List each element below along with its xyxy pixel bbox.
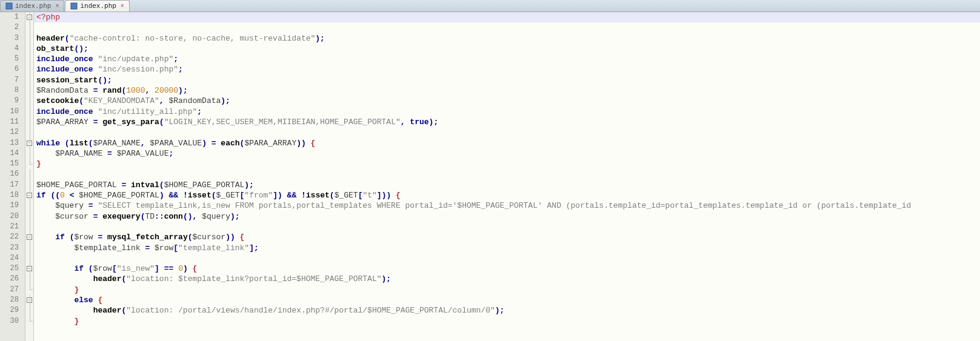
code-line[interactable]: if ((0 < $HOME_PAGE_PORTAL) && !isset($_… [34, 190, 980, 200]
line-number: 4 [0, 44, 25, 54]
svg-rect-0 [6, 3, 12, 9]
code-line[interactable]: if ($row["is_new"] == 0) { [34, 263, 980, 274]
code-line[interactable] [34, 22, 980, 33]
line-number: 3 [0, 33, 25, 44]
code-line[interactable]: header("location: /portal/views/handle/i… [34, 305, 980, 316]
code-area[interactable]: <?phpheader("cache-control: no-store, no… [34, 12, 980, 341]
line-number: 15 [0, 159, 25, 169]
code-line[interactable]: if ($row = mysql_fetch_array($cursor)) { [34, 232, 980, 242]
fold-marker[interactable]: − [25, 295, 33, 305]
fold-marker [25, 305, 33, 316]
code-line[interactable]: else { [34, 295, 980, 305]
file-icon [5, 2, 13, 10]
fold-marker [25, 169, 33, 179]
fold-marker [25, 96, 33, 106]
fold-marker [25, 75, 33, 85]
line-number: 13 [0, 138, 25, 148]
file-icon [70, 2, 78, 10]
fold-marker [25, 243, 33, 253]
fold-marker [25, 285, 33, 295]
line-number: 2 [0, 22, 25, 33]
line-number: 27 [0, 285, 25, 295]
code-line[interactable]: header("location: $template_link?portal_… [34, 274, 980, 284]
line-number: 1 [0, 12, 25, 22]
tab-label: index.php [80, 2, 116, 10]
code-line[interactable]: $template_link = $row["template_link"]; [34, 243, 980, 253]
code-line[interactable]: setcookie("KEY_RANDOMDATA", $RandomData)… [34, 96, 980, 106]
code-line[interactable]: while (list($PARA_NAME, $PARA_VALUE) = e… [34, 138, 980, 148]
line-number: 29 [0, 305, 25, 316]
fold-marker [25, 85, 33, 96]
fold-marker [25, 64, 33, 74]
code-line[interactable]: ob_start(); [34, 44, 980, 54]
line-number: 20 [0, 211, 25, 222]
tab-label: index.php [15, 2, 51, 10]
fold-column: −−−−−− [25, 12, 34, 341]
line-number-gutter: 1234567891011121314151617181920212223242… [0, 12, 25, 341]
fold-marker [25, 200, 33, 211]
line-number: 21 [0, 222, 25, 232]
close-icon[interactable]: × [55, 3, 59, 10]
code-line[interactable] [34, 127, 980, 137]
code-line[interactable]: <?php [34, 12, 980, 22]
line-number: 7 [0, 75, 25, 85]
fold-marker [25, 54, 33, 64]
fold-marker [25, 159, 33, 169]
code-line[interactable]: session_start(); [34, 75, 980, 85]
line-number: 24 [0, 253, 25, 263]
fold-marker [25, 253, 33, 263]
fold-marker [25, 211, 33, 222]
fold-marker[interactable]: − [25, 190, 33, 200]
code-line[interactable]: } [34, 285, 980, 295]
tab-file-inactive[interactable]: index.php × [0, 0, 64, 12]
tab-file-active[interactable]: index.php × [65, 0, 129, 12]
line-number: 14 [0, 148, 25, 159]
code-line[interactable] [34, 253, 980, 263]
fold-marker[interactable]: − [25, 138, 33, 148]
code-line[interactable]: } [34, 159, 980, 169]
line-number: 28 [0, 295, 25, 305]
code-line[interactable]: include_once "inc/update.php"; [34, 54, 980, 64]
fold-marker [25, 222, 33, 232]
code-line[interactable]: include_once "inc/session.php"; [34, 64, 980, 74]
code-line[interactable]: $cursor = exequery(TD::conn(), $query); [34, 211, 980, 222]
fold-marker [25, 107, 33, 117]
fold-marker [25, 148, 33, 159]
code-line[interactable] [34, 169, 980, 179]
fold-marker[interactable]: − [25, 263, 33, 274]
code-line[interactable]: $query = "SELECT template_link,is_new FR… [34, 200, 980, 211]
fold-marker[interactable]: − [25, 12, 33, 22]
line-number: 9 [0, 96, 25, 106]
line-number: 30 [0, 316, 25, 326]
line-number: 19 [0, 200, 25, 211]
code-line[interactable]: } [34, 316, 980, 326]
close-icon[interactable]: × [121, 3, 124, 10]
code-editor[interactable]: 1234567891011121314151617181920212223242… [0, 12, 980, 341]
code-line[interactable]: $PARA_ARRAY = get_sys_para("LOGIN_KEY,SE… [34, 117, 980, 127]
fold-marker [25, 33, 33, 44]
fold-marker [25, 127, 33, 137]
fold-marker [25, 180, 33, 190]
line-number: 22 [0, 232, 25, 242]
fold-marker [25, 117, 33, 127]
line-number: 23 [0, 243, 25, 253]
line-number: 10 [0, 107, 25, 117]
code-line[interactable]: $RandomData = rand(1000, 20000); [34, 85, 980, 96]
code-line[interactable] [34, 222, 980, 232]
code-line[interactable]: header("cache-control: no-store, no-cach… [34, 33, 980, 44]
fold-marker [25, 274, 33, 284]
svg-rect-1 [71, 3, 77, 9]
line-number: 16 [0, 169, 25, 179]
fold-marker [25, 22, 33, 33]
fold-marker[interactable]: − [25, 232, 33, 242]
line-number: 26 [0, 274, 25, 284]
fold-marker [25, 44, 33, 54]
line-number: 8 [0, 85, 25, 96]
line-number: 17 [0, 180, 25, 190]
code-line[interactable]: $PARA_NAME = $PARA_VALUE; [34, 148, 980, 159]
fold-marker [25, 316, 33, 326]
line-number: 12 [0, 127, 25, 137]
code-line[interactable]: include_once "inc/utility_all.php"; [34, 107, 980, 117]
line-number: 11 [0, 117, 25, 127]
code-line[interactable]: $HOME_PAGE_PORTAL = intval($HOME_PAGE_PO… [34, 180, 980, 190]
